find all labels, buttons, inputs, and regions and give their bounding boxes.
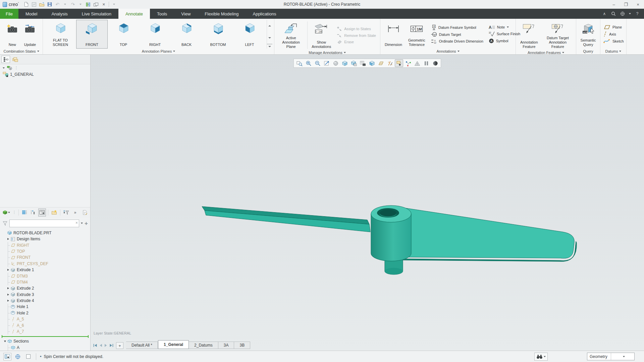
connect-icon[interactable] [620, 11, 625, 16]
model-display-icon[interactable] [24, 353, 32, 360]
annotation-plane-front[interactable]: FRONT [76, 20, 108, 49]
annotation-display-icon[interactable] [395, 59, 403, 67]
new-combination-state-button[interactable]: New [4, 20, 21, 49]
tab-annotate[interactable]: Annotate [118, 9, 150, 19]
ordinate-driven-dimension-button[interactable]: 012 Ordinate Driven Dimension [431, 39, 483, 44]
layer-tree-tab[interactable] [11, 56, 19, 63]
insert-here-indicator[interactable] [2, 336, 89, 337]
view-manager-icon[interactable] [350, 59, 358, 67]
datum-axis-button[interactable]: Axis [603, 31, 624, 37]
tree-columns-icon[interactable] [38, 208, 46, 217]
group-label-datums[interactable]: Datums [600, 49, 626, 54]
undo-icon[interactable]: ↶ [55, 1, 60, 7]
annotation-plane-bottom[interactable]: BOTTOM [202, 20, 234, 49]
model-viewport[interactable] [91, 55, 644, 351]
tree-item-dtm4[interactable]: DTM4 [0, 279, 90, 285]
group-label-annotations[interactable]: Annotations [380, 49, 516, 54]
close-button[interactable]: × [632, 0, 644, 9]
navigator-toggle-icon[interactable] [3, 353, 11, 360]
annotation-plane-top[interactable]: TOP [108, 20, 139, 49]
caret-icon[interactable] [78, 1, 83, 7]
more-tools-button[interactable]: » [71, 208, 79, 217]
tree-detail-view-icon[interactable] [30, 208, 37, 217]
expand-arrow-icon[interactable] [6, 294, 10, 296]
filter-options-icon[interactable] [81, 223, 83, 224]
group-label-query[interactable]: Query [576, 49, 600, 54]
view-tab-3a[interactable]: 3A [218, 342, 234, 349]
saved-orientations-icon[interactable] [340, 59, 349, 67]
tab-tools[interactable]: Tools [150, 9, 174, 19]
expand-arrow-icon[interactable] [6, 287, 10, 289]
tree-item-a-7[interactable]: A_7 [0, 328, 90, 335]
show-annotations-button[interactable]: .1M ShowAnnotations [309, 20, 334, 51]
pause-icon[interactable] [422, 59, 430, 67]
group-label-annotation-planes[interactable]: Annotation Planes [43, 49, 274, 54]
symbol-button[interactable]: A Symbol [489, 38, 520, 44]
prev-view-icon[interactable] [99, 344, 102, 347]
tree-item-dtm3[interactable]: DTM3 [0, 273, 90, 279]
first-view-icon[interactable] [93, 344, 97, 347]
geometric-tolerance-button[interactable]: 1M GeometricTolerance [406, 20, 428, 49]
tree-filter-input[interactable] [9, 220, 79, 227]
refit-icon[interactable] [322, 59, 331, 67]
new-icon[interactable] [23, 1, 29, 7]
open-icon[interactable] [39, 1, 45, 7]
datum-target-button[interactable]: A Datum Target [431, 32, 483, 37]
axis-display-icon[interactable] [386, 59, 394, 67]
model-tree-tab[interactable] [1, 56, 10, 63]
capture-icon[interactable] [359, 59, 367, 67]
tree-item-a[interactable]: A [0, 345, 90, 351]
surface-finish-button[interactable]: 32 Surface Finish [489, 31, 520, 37]
expand-arrow-icon[interactable] [6, 300, 10, 302]
chevron-down-icon[interactable] [629, 13, 631, 14]
semantic-query-button[interactable]: ⊞1M SemanticQuery [578, 20, 599, 49]
help-icon[interactable]: ? [635, 11, 640, 16]
annotation-plane-back[interactable]: BACK [171, 20, 202, 49]
tab-applications[interactable]: Applications [246, 9, 283, 19]
datum-plane-button[interactable]: Plane [603, 25, 624, 29]
gallery-up-icon[interactable] [267, 20, 272, 32]
tree-item-a-5[interactable]: A_5 [0, 316, 90, 322]
tree-list-view-icon[interactable] [21, 208, 28, 217]
find-tool-button[interactable] [534, 353, 548, 361]
tree-item-prt-csys-def[interactable]: PRT_CSYS_DEF [0, 261, 90, 267]
gallery-down-icon[interactable] [267, 32, 272, 44]
gallery-scrollbar[interactable] [267, 20, 272, 49]
section-icon[interactable] [368, 59, 376, 67]
tab-flexible-modeling[interactable]: Flexible Modeling [198, 9, 246, 19]
next-view-icon[interactable] [104, 344, 107, 347]
graphics-area[interactable]: Layer State:GENERAL +Default All *1_Gene… [91, 55, 644, 351]
tab-model[interactable]: Model [18, 9, 44, 19]
spin-center-icon[interactable] [404, 59, 412, 67]
caret-icon[interactable] [62, 1, 68, 7]
tab-analysis[interactable]: Analysis [44, 9, 74, 19]
dimension-button[interactable]: Dimension [382, 20, 405, 49]
group-label-combination-states[interactable]: Combination States [0, 49, 43, 54]
collapse-ribbon-icon[interactable]: ∧ [602, 11, 607, 16]
expand-arrow-icon[interactable] [3, 341, 7, 342]
tree-item-extrude-4[interactable]: Extrude 4 [0, 298, 90, 304]
tree-item-design-items[interactable]: Design Items [0, 236, 90, 242]
view-tab-3b[interactable]: 3B [234, 342, 250, 349]
last-view-icon[interactable] [109, 344, 113, 347]
sketch-button[interactable]: Sketch [603, 39, 624, 44]
datum-target-annotation-feature-button[interactable]: Datum TargetAnnotation Feature [541, 20, 574, 51]
chevron-down-icon[interactable] [3, 67, 5, 69]
selection-filter-select[interactable]: Geometry [587, 353, 635, 360]
tree-item-sections[interactable]: Sections [0, 338, 90, 344]
combination-state-item[interactable]: 1_GENERAL [0, 71, 90, 78]
zoom-out-icon[interactable] [313, 59, 322, 67]
tree-item-hole-2[interactable]: Hole 2 [0, 310, 90, 316]
tree-favorites-icon[interactable] [50, 208, 58, 217]
redo-icon[interactable]: ↷ [70, 1, 75, 7]
annotation-plane-flat[interactable]: FLAT TO SCREEN [45, 20, 76, 49]
tree-item-front[interactable]: FRONT [0, 254, 90, 260]
annotation-feature-button[interactable]: AnnotationFeature [518, 20, 541, 51]
stop-icon[interactable] [431, 59, 439, 67]
tree-item-rotor-blade-prt[interactable]: ROTOR-BLADE.PRT [0, 230, 90, 236]
datum-feature-symbol-button[interactable]: A Datum Feature Symbol [431, 24, 483, 30]
add-view-tab-button[interactable]: + [116, 342, 123, 349]
tree-item-a-6[interactable]: A_6 [0, 322, 90, 328]
gallery-expand-icon[interactable] [267, 44, 272, 49]
tree-item-right[interactable]: RIGHT [0, 242, 90, 248]
